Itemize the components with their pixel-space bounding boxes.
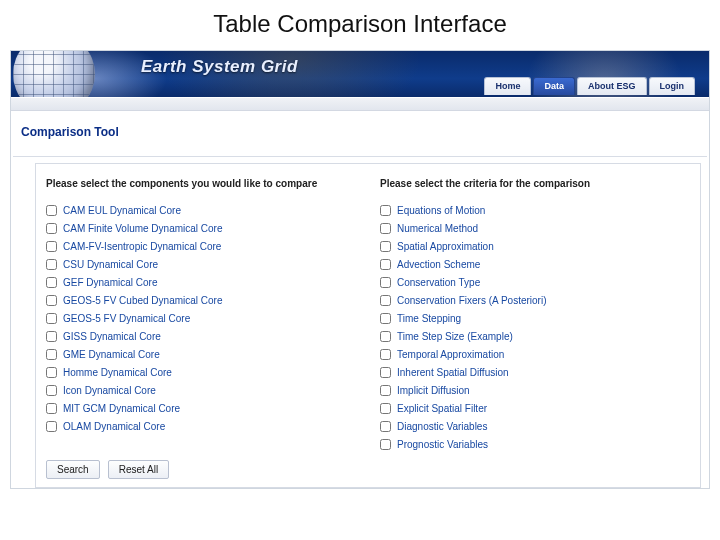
criterion-row: Conservation Type xyxy=(380,277,690,288)
nav-login[interactable]: Login xyxy=(649,77,696,95)
criterion-row: Prognostic Variables xyxy=(380,439,690,450)
component-label[interactable]: GEOS-5 FV Dynamical Core xyxy=(63,313,190,324)
component-checkbox[interactable] xyxy=(46,277,57,288)
site-banner: Earth System Grid Home Data About ESG Lo… xyxy=(11,51,709,97)
component-checkbox[interactable] xyxy=(46,205,57,216)
component-checkbox[interactable] xyxy=(46,385,57,396)
component-label[interactable]: MIT GCM Dynamical Core xyxy=(63,403,180,414)
criterion-checkbox[interactable] xyxy=(380,205,391,216)
criterion-row: Implicit Diffusion xyxy=(380,385,690,396)
component-row: GEOS-5 FV Dynamical Core xyxy=(46,313,356,324)
component-checkbox[interactable] xyxy=(46,241,57,252)
globe-icon xyxy=(13,51,95,97)
criterion-label[interactable]: Inherent Spatial Diffusion xyxy=(397,367,509,378)
page-title: Comparison Tool xyxy=(11,111,709,145)
component-row: GEOS-5 FV Cubed Dynamical Core xyxy=(46,295,356,306)
criterion-row: Time Stepping xyxy=(380,313,690,324)
criteria-column: Equations of MotionNumerical MethodSpati… xyxy=(380,205,690,450)
component-label[interactable]: GEF Dynamical Core xyxy=(63,277,157,288)
sub-banner xyxy=(11,97,709,111)
component-label[interactable]: GEOS-5 FV Cubed Dynamical Core xyxy=(63,295,223,306)
criterion-label[interactable]: Time Step Size (Example) xyxy=(397,331,513,342)
criterion-label[interactable]: Prognostic Variables xyxy=(397,439,488,450)
component-label[interactable]: GME Dynamical Core xyxy=(63,349,160,360)
criterion-checkbox[interactable] xyxy=(380,385,391,396)
criterion-row: Time Step Size (Example) xyxy=(380,331,690,342)
component-row: CAM-FV-Isentropic Dynamical Core xyxy=(46,241,356,252)
component-checkbox[interactable] xyxy=(46,367,57,378)
criterion-checkbox[interactable] xyxy=(380,439,391,450)
component-checkbox[interactable] xyxy=(46,349,57,360)
component-row: OLAM Dynamical Core xyxy=(46,421,356,432)
criterion-label[interactable]: Explicit Spatial Filter xyxy=(397,403,487,414)
criterion-checkbox[interactable] xyxy=(380,277,391,288)
criterion-checkbox[interactable] xyxy=(380,223,391,234)
component-checkbox[interactable] xyxy=(46,259,57,270)
divider xyxy=(13,145,707,157)
criterion-row: Conservation Fixers (A Posteriori) xyxy=(380,295,690,306)
component-label[interactable]: CAM-FV-Isentropic Dynamical Core xyxy=(63,241,221,252)
reset-button[interactable]: Reset All xyxy=(108,460,169,479)
action-row: Search Reset All xyxy=(46,460,690,479)
criterion-label[interactable]: Time Stepping xyxy=(397,313,461,324)
component-checkbox[interactable] xyxy=(46,223,57,234)
criterion-checkbox[interactable] xyxy=(380,295,391,306)
component-checkbox[interactable] xyxy=(46,403,57,414)
criterion-label[interactable]: Diagnostic Variables xyxy=(397,421,487,432)
criterion-label[interactable]: Spatial Approximation xyxy=(397,241,494,252)
criterion-label[interactable]: Conservation Type xyxy=(397,277,480,288)
criterion-label[interactable]: Implicit Diffusion xyxy=(397,385,470,396)
criteria-header: Please select the criteria for the compa… xyxy=(380,178,690,189)
criterion-checkbox[interactable] xyxy=(380,367,391,378)
primary-nav: Home Data About ESG Login xyxy=(484,77,695,95)
component-label[interactable]: CSU Dynamical Core xyxy=(63,259,158,270)
component-label[interactable]: OLAM Dynamical Core xyxy=(63,421,165,432)
criterion-checkbox[interactable] xyxy=(380,403,391,414)
criterion-row: Spatial Approximation xyxy=(380,241,690,252)
criterion-label[interactable]: Advection Scheme xyxy=(397,259,480,270)
component-row: MIT GCM Dynamical Core xyxy=(46,403,356,414)
app-window: Earth System Grid Home Data About ESG Lo… xyxy=(10,50,710,489)
components-column: CAM EUL Dynamical CoreCAM Finite Volume … xyxy=(46,205,356,450)
component-checkbox[interactable] xyxy=(46,331,57,342)
component-label[interactable]: GISS Dynamical Core xyxy=(63,331,161,342)
criterion-row: Numerical Method xyxy=(380,223,690,234)
criterion-label[interactable]: Temporal Approximation xyxy=(397,349,504,360)
component-checkbox[interactable] xyxy=(46,295,57,306)
criterion-label[interactable]: Numerical Method xyxy=(397,223,478,234)
column-headers: Please select the components you would l… xyxy=(46,178,690,189)
criterion-checkbox[interactable] xyxy=(380,421,391,432)
component-row: GEF Dynamical Core xyxy=(46,277,356,288)
component-label[interactable]: Homme Dynamical Core xyxy=(63,367,172,378)
component-label[interactable]: CAM Finite Volume Dynamical Core xyxy=(63,223,223,234)
search-button[interactable]: Search xyxy=(46,460,100,479)
site-brand: Earth System Grid xyxy=(141,57,298,77)
criterion-row: Equations of Motion xyxy=(380,205,690,216)
component-row: CAM EUL Dynamical Core xyxy=(46,205,356,216)
components-header: Please select the components you would l… xyxy=(46,178,356,189)
criterion-row: Temporal Approximation xyxy=(380,349,690,360)
criterion-row: Inherent Spatial Diffusion xyxy=(380,367,690,378)
criterion-row: Explicit Spatial Filter xyxy=(380,403,690,414)
component-checkbox[interactable] xyxy=(46,421,57,432)
nav-about[interactable]: About ESG xyxy=(577,77,647,95)
component-row: GME Dynamical Core xyxy=(46,349,356,360)
component-row: CAM Finite Volume Dynamical Core xyxy=(46,223,356,234)
criterion-checkbox[interactable] xyxy=(380,313,391,324)
nav-data[interactable]: Data xyxy=(533,77,575,95)
component-label[interactable]: CAM EUL Dynamical Core xyxy=(63,205,181,216)
component-row: Icon Dynamical Core xyxy=(46,385,356,396)
component-checkbox[interactable] xyxy=(46,313,57,324)
criterion-label[interactable]: Conservation Fixers (A Posteriori) xyxy=(397,295,547,306)
component-row: GISS Dynamical Core xyxy=(46,331,356,342)
criterion-row: Diagnostic Variables xyxy=(380,421,690,432)
criterion-label[interactable]: Equations of Motion xyxy=(397,205,485,216)
nav-home[interactable]: Home xyxy=(484,77,531,95)
criterion-checkbox[interactable] xyxy=(380,349,391,360)
component-label[interactable]: Icon Dynamical Core xyxy=(63,385,156,396)
slide-title: Table Comparison Interface xyxy=(0,0,720,50)
criterion-checkbox[interactable] xyxy=(380,331,391,342)
component-row: CSU Dynamical Core xyxy=(46,259,356,270)
criterion-checkbox[interactable] xyxy=(380,241,391,252)
criterion-checkbox[interactable] xyxy=(380,259,391,270)
